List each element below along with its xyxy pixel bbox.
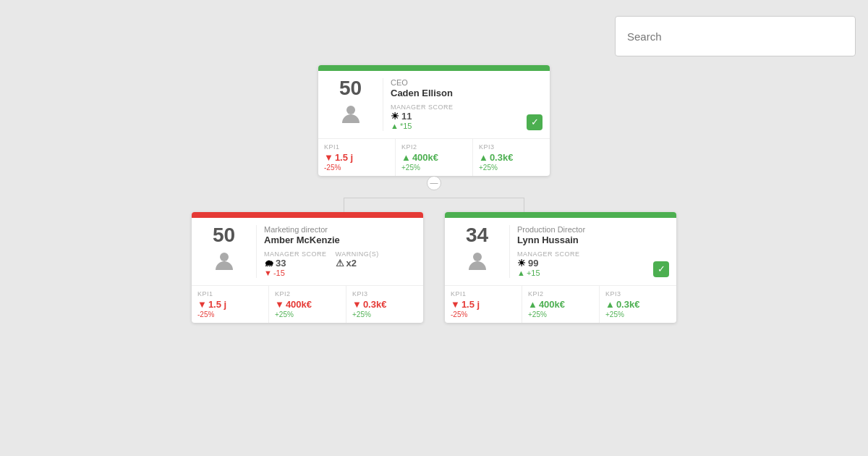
marketing-kpi2: KPI2 400k€ +25% xyxy=(269,286,346,323)
marketing-card[interactable]: 50 Marketing director Amber McKenzie xyxy=(192,212,423,323)
connector-ceo-down: — xyxy=(0,176,868,190)
ceo-kpi3-label: KPI3 xyxy=(479,143,544,151)
marketing-score-change: -15 xyxy=(264,269,327,277)
production-kpi1-change: -25% xyxy=(451,311,516,318)
production-person-icon xyxy=(466,250,489,278)
production-kpi1-num: 1.5 j xyxy=(461,299,480,310)
org-chart: 50 CEO Caden Ellison MAN xyxy=(0,65,868,323)
ceo-kpi2-label: KPI2 xyxy=(401,143,467,151)
marketing-kpi-row: KPI1 1.5 j -25% KPI2 400k€ +25% xyxy=(192,285,423,323)
marketing-score-section: MANAGER SCORE 🌧 33 -15 WARNING(S) xyxy=(264,250,416,277)
minus-icon: — xyxy=(430,179,438,187)
marketing-card-header xyxy=(192,212,423,218)
production-kpi3-label: KPI3 xyxy=(605,290,671,297)
marketing-kpi1-label: KPI1 xyxy=(197,290,263,297)
marketing-kpi2-label: KPI2 xyxy=(275,290,340,297)
production-kpi3-arrow xyxy=(605,299,615,310)
marketing-kpi1: KPI1 1.5 j -25% xyxy=(192,286,269,323)
ceo-manager-score-label: MANAGER SCORE xyxy=(391,104,454,111)
ceo-score-up-arrow xyxy=(391,122,399,130)
production-kpi3: KPI3 0.3k€ +25% xyxy=(600,286,676,323)
ceo-card-right: CEO Caden Ellison MANAGER SCORE ☀ 11 *15 xyxy=(391,78,542,131)
ceo-score-icon: ☀ xyxy=(391,111,399,122)
marketing-score-arrow xyxy=(264,269,272,277)
ceo-title-row: CEO Caden Ellison xyxy=(391,78,542,99)
ceo-card-body: 50 CEO Caden Ellison MAN xyxy=(318,71,550,138)
production-kpi3-value: 0.3k€ xyxy=(605,299,671,310)
marketing-kpi1-num: 1.5 j xyxy=(208,299,226,310)
ceo-kpi2: KPI2 400k€ +25% xyxy=(396,139,473,176)
production-check-badge: ✓ xyxy=(653,261,669,277)
production-card-left: 34 xyxy=(452,225,510,278)
marketing-warning-block: WARNING(S) ⚠ x2 xyxy=(336,250,379,269)
svg-point-2 xyxy=(473,253,482,261)
ceo-card-header xyxy=(318,65,550,71)
marketing-card-left: 50 xyxy=(199,225,257,278)
branch-left xyxy=(344,198,344,212)
production-score-label: MANAGER SCORE xyxy=(517,250,580,258)
marketing-kpi2-arrow xyxy=(275,299,284,310)
ceo-number: 50 xyxy=(339,78,362,98)
marketing-kpi2-value: 400k€ xyxy=(275,299,340,310)
production-kpi2-label: KPI2 xyxy=(528,290,593,297)
production-title-block: Production Director Lynn Hussain xyxy=(517,225,669,246)
production-number: 34 xyxy=(466,225,488,245)
circle-connector: — xyxy=(427,176,441,190)
production-score-change: +15 xyxy=(517,269,580,277)
ceo-kpi3-num: 0.3k€ xyxy=(490,152,514,163)
production-kpi2-arrow xyxy=(528,299,537,310)
production-kpi2: KPI2 400k€ +25% xyxy=(522,286,600,323)
marketing-warning-label: WARNING(S) xyxy=(336,250,379,258)
ceo-kpi1-change: -25% xyxy=(324,164,389,172)
search-input[interactable] xyxy=(615,16,856,56)
ceo-kpi2-arrow xyxy=(401,152,411,163)
marketing-kpi3-arrow xyxy=(352,299,362,310)
ceo-score-change-value: *15 xyxy=(400,122,412,130)
ceo-card[interactable]: 50 CEO Caden Ellison MAN xyxy=(318,65,550,176)
ceo-kpi2-change: +25% xyxy=(401,164,467,172)
search-container xyxy=(615,16,856,56)
ceo-score-change: *15 xyxy=(391,122,454,130)
production-card-right: Production Director Lynn Hussain MANAGER… xyxy=(517,225,669,278)
marketing-score-label: MANAGER SCORE xyxy=(264,250,327,258)
marketing-kpi3-num: 0.3k€ xyxy=(363,299,387,310)
production-name: Lynn Hussain xyxy=(517,235,669,246)
ceo-title: CEO xyxy=(391,78,453,88)
marketing-kpi3-value: 0.3k€ xyxy=(352,299,417,310)
ceo-kpi1-num: 1.5 j xyxy=(335,152,353,163)
production-score-value: 99 xyxy=(528,258,538,269)
ceo-score-value: 11 xyxy=(401,111,412,122)
ceo-person-icon xyxy=(339,103,362,131)
production-kpi3-num: 0.3k€ xyxy=(616,299,640,310)
production-kpi1-arrow xyxy=(451,299,460,310)
marketing-warning-count: x2 xyxy=(346,258,357,269)
ceo-title-block: CEO Caden Ellison xyxy=(391,78,453,99)
marketing-name: Amber McKenzie xyxy=(264,235,416,246)
production-card[interactable]: 34 Production Director Lynn Hussain xyxy=(445,212,676,323)
marketing-kpi2-num: 400k€ xyxy=(286,299,312,310)
marketing-score-block: MANAGER SCORE 🌧 33 -15 xyxy=(264,250,327,277)
ceo-kpi2-value: 400k€ xyxy=(401,152,467,163)
ceo-kpi3-arrow xyxy=(479,152,488,163)
production-score-section: MANAGER SCORE ☀ 99 +15 ✓ xyxy=(517,250,669,277)
branch-right xyxy=(524,198,524,212)
production-kpi1-label: KPI1 xyxy=(451,290,516,297)
marketing-person-icon xyxy=(213,250,236,278)
ceo-score-line: ☀ 11 xyxy=(391,111,454,122)
marketing-kpi1-value: 1.5 j xyxy=(197,299,263,310)
marketing-score-value: 33 xyxy=(276,258,286,269)
ceo-kpi3-change: +25% xyxy=(479,164,544,172)
production-card-header xyxy=(445,212,676,218)
ceo-manager-score-section: MANAGER SCORE ☀ 11 *15 ✓ xyxy=(391,104,542,130)
production-kpi1-value: 1.5 j xyxy=(451,299,516,310)
production-score-block: MANAGER SCORE ☀ 99 +15 xyxy=(517,250,580,277)
production-score-arrow xyxy=(517,269,525,277)
production-score-line: ☀ 99 xyxy=(517,258,580,269)
marketing-kpi2-change: +25% xyxy=(275,311,340,318)
ceo-kpi3-value: 0.3k€ xyxy=(479,152,544,163)
production-score-icon: ☀ xyxy=(517,258,526,269)
marketing-score-change-val: -15 xyxy=(273,269,285,277)
marketing-warning-value: ⚠ x2 xyxy=(336,258,379,269)
production-kpi3-change: +25% xyxy=(605,311,671,318)
marketing-kpi3-change: +25% xyxy=(352,311,417,318)
